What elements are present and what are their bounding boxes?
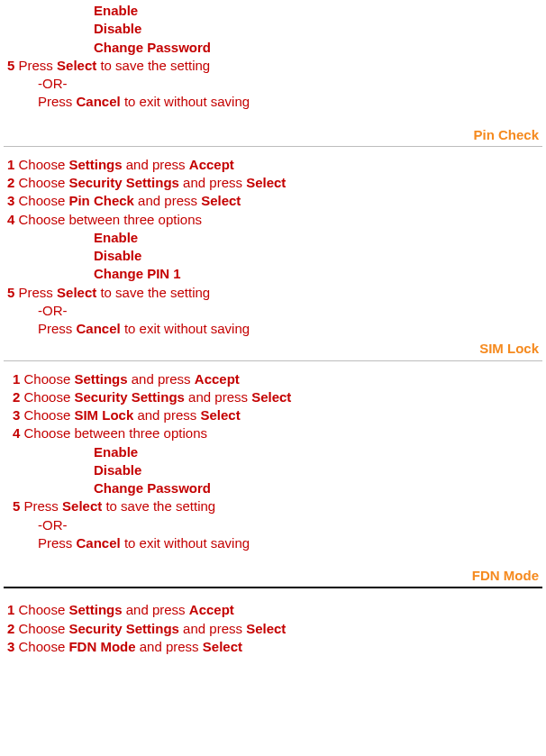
step-number: 5	[13, 498, 20, 514]
and-press: and press	[126, 157, 186, 172]
and-press: and press	[183, 621, 242, 636]
and-press: and press	[188, 389, 248, 405]
word-choose: Choose	[24, 389, 71, 405]
word-choose: Choose	[19, 157, 66, 172]
step-5: 5 Press Select to save the setting	[4, 284, 542, 302]
text: Disable	[94, 21, 141, 36]
step-number: 4	[13, 425, 20, 441]
word-choose: Choose	[19, 639, 66, 654]
option-disable: Disable	[4, 247, 542, 265]
step-number: 1	[13, 371, 20, 387]
press-cancel: Press Cancel to exit without saving	[4, 93, 542, 111]
option-change-password: Change Password	[4, 39, 542, 57]
step-number: 1	[7, 602, 14, 617]
step-4: 4 Choose between three options	[4, 211, 542, 229]
kw-select: Select	[203, 639, 242, 654]
step-number: 5	[7, 285, 14, 300]
kw-select: Select	[62, 498, 102, 514]
option-enable: Enable	[4, 229, 542, 247]
divider	[4, 146, 542, 147]
step-number: 4	[7, 212, 14, 227]
section-title-sim-lock: SIM Lock	[4, 340, 542, 358]
option-disable: Disable	[4, 20, 542, 38]
word-choose: Choose	[19, 602, 66, 617]
kw-pin-check: Pin Check	[68, 193, 134, 208]
step-4: 4 Choose between three options	[4, 424, 542, 442]
option-disable: Disable	[4, 461, 542, 479]
step-number: 3	[7, 639, 14, 654]
and-press: and press	[126, 602, 186, 617]
tail: to save the setting	[100, 285, 210, 300]
tail: to exit without saving	[124, 535, 250, 551]
tail: to save the setting	[105, 498, 215, 514]
step-3: 3 Choose Pin Check and press Select	[4, 192, 542, 210]
text: Disable	[94, 248, 141, 263]
kw-security-settings: Security Settings	[74, 389, 185, 405]
kw-settings: Settings	[68, 157, 122, 172]
word-press: Press	[38, 535, 72, 551]
step-number: 1	[7, 157, 14, 172]
step-5: 5 Press Select to save the setting	[4, 57, 542, 75]
word-choose: Choose	[19, 193, 66, 208]
text: Change Password	[94, 480, 211, 496]
divider	[4, 360, 542, 361]
option-enable: Enable	[4, 2, 542, 20]
word-press: Press	[19, 285, 53, 300]
kw-settings: Settings	[68, 602, 122, 617]
step-5: 5 Press Select to save the setting	[4, 497, 542, 515]
choose-between: Choose between three options	[24, 425, 207, 441]
text: Change Password	[94, 40, 211, 55]
word-press: Press	[38, 94, 72, 109]
word-choose: Choose	[24, 371, 71, 387]
step-1: 1 Choose Settings and press Accept	[4, 156, 542, 174]
kw-cancel: Cancel	[77, 321, 121, 336]
or-text: -OR-	[4, 516, 542, 534]
kw-select: Select	[251, 389, 291, 405]
or-text: -OR-	[4, 75, 542, 93]
word-choose: Choose	[19, 621, 66, 636]
tail: to save the setting	[100, 58, 210, 73]
step-3: 3 Choose FDN Mode and press Select	[4, 638, 542, 656]
and-press: and press	[132, 371, 191, 387]
text: Enable	[94, 444, 138, 460]
choose-between: Choose between three options	[19, 212, 202, 227]
option-change-pin1: Change PIN 1	[4, 265, 542, 283]
step-2: 2 Choose Security Settings and press Sel…	[4, 620, 542, 638]
kw-select: Select	[200, 407, 240, 423]
kw-sim-lock: SIM Lock	[74, 407, 133, 423]
word-choose: Choose	[19, 175, 66, 190]
text: Disable	[94, 462, 141, 478]
kw-cancel: Cancel	[77, 94, 121, 109]
word-press: Press	[19, 58, 53, 73]
and-press: and press	[138, 193, 197, 208]
step-number: 3	[13, 407, 20, 423]
and-press: and press	[140, 639, 199, 654]
kw-select: Select	[57, 58, 96, 73]
word-press: Press	[24, 498, 59, 514]
kw-cancel: Cancel	[77, 535, 121, 551]
step-number: 2	[7, 175, 14, 190]
kw-select: Select	[201, 193, 241, 208]
step-number: 3	[7, 193, 14, 208]
step-3: 3 Choose SIM Lock and press Select	[4, 406, 542, 424]
kw-fdn-mode: FDN Mode	[68, 639, 135, 654]
kw-settings: Settings	[74, 371, 127, 387]
kw-select: Select	[246, 175, 286, 190]
kw-accept: Accept	[189, 602, 234, 617]
tail: to exit without saving	[124, 321, 250, 336]
step-1: 1 Choose Settings and press Accept	[4, 370, 542, 388]
option-enable: Enable	[4, 443, 542, 461]
tail: to exit without saving	[124, 94, 250, 109]
section-title-fdn-mode: FDN Mode	[4, 567, 542, 585]
kw-security-settings: Security Settings	[68, 175, 179, 190]
kw-select: Select	[57, 285, 96, 300]
word-press: Press	[38, 321, 72, 336]
text: Enable	[94, 3, 138, 18]
step-number: 2	[7, 621, 14, 636]
press-cancel: Press Cancel to exit without saving	[4, 534, 542, 552]
text: Enable	[94, 230, 138, 245]
kw-select: Select	[246, 621, 286, 636]
divider-solid	[4, 587, 542, 588]
step-1: 1 Choose Settings and press Accept	[4, 601, 542, 619]
kw-accept: Accept	[195, 371, 240, 387]
